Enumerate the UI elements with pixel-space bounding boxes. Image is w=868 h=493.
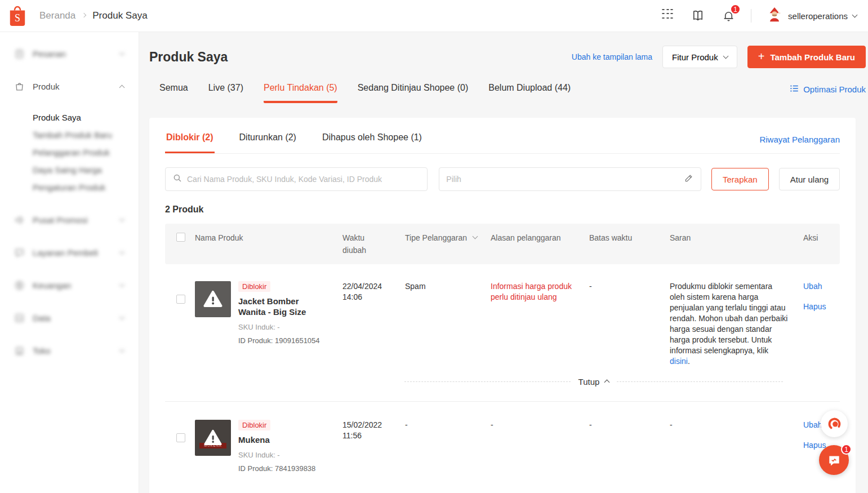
chevron-down-icon <box>119 282 125 287</box>
fitur-produk-button[interactable]: Fitur Produk <box>662 46 737 68</box>
breadcrumb-separator-icon <box>82 13 86 17</box>
product-count: 2 Produk <box>165 205 840 215</box>
chevron-down-icon <box>119 50 125 56</box>
row-checkbox[interactable] <box>176 433 185 442</box>
main-tabs: Semua Live (37) Perlu Tindakan (5) Sedan… <box>149 83 866 103</box>
deadline: - <box>589 281 670 367</box>
bag-icon <box>14 81 25 92</box>
violation-subtabs: Diblokir (2) Diturunkan (2) Dihapus oleh… <box>165 118 840 154</box>
violation-type: Spam <box>405 281 491 367</box>
disini-link[interactable]: disini <box>670 357 688 366</box>
sidebar-item-pesanan[interactable]: Pesanan <box>14 43 139 64</box>
tab-semua[interactable]: Semua <box>159 83 188 103</box>
sidebar-item-tambah-produk-baru[interactable]: Tambah Produk Baru <box>33 126 139 144</box>
search-icon <box>172 173 182 185</box>
subtab-diblokir[interactable]: Diblokir (2) <box>165 132 215 153</box>
col-saran: Saran <box>670 232 803 256</box>
chat-badge: 1 <box>841 444 852 455</box>
sidebar-item-toko[interactable]: Toko <box>14 340 139 361</box>
ubah-link[interactable]: Ubah <box>803 281 825 292</box>
filter-select-input[interactable] <box>446 175 683 184</box>
subtab-diturunkan[interactable]: Diturunkan (2) <box>238 132 297 153</box>
megaphone-icon <box>14 214 25 225</box>
sidebar-item-keuangan[interactable]: Keuangan <box>14 275 139 295</box>
sidebar-item-pelanggaran-produk[interactable]: Pelanggaran Produk <box>33 144 139 161</box>
suggestion: Produkmu diblokir sementara oleh sistem … <box>670 281 803 367</box>
col-waktu-diubah: Waktu diubah <box>342 232 405 256</box>
table-row: Diblokir Jacket Bomber Wanita - Big Size… <box>165 264 840 367</box>
atur-ulang-button[interactable]: Atur ulang <box>779 168 840 190</box>
help-center-button[interactable] <box>821 410 848 437</box>
collapse-row: Tutup <box>404 377 783 387</box>
filter-select[interactable] <box>439 167 701 191</box>
hapus-link[interactable]: Hapus <box>803 440 825 451</box>
product-image: MUKENA <box>195 420 231 456</box>
account-name: selleroperations <box>788 11 848 21</box>
sidebar-item-layanan-pembeli[interactable]: Layanan Pembeli <box>14 242 139 263</box>
tab-sedang-ditinjau[interactable]: Sedang Ditinjau Shopee (0) <box>358 83 469 103</box>
search-input[interactable] <box>187 175 420 184</box>
chat-bubble-icon <box>827 453 842 468</box>
product-image <box>195 281 231 317</box>
plus-icon: + <box>758 51 765 62</box>
hapus-link[interactable]: Hapus <box>803 301 825 312</box>
warning-triangle-icon <box>203 428 222 447</box>
list-bullet-icon <box>789 83 799 95</box>
col-aksi: Aksi <box>803 232 840 256</box>
product-id: ID Produk: 19091651054 <box>238 336 328 345</box>
sidebar-item-label: Produk <box>33 82 60 91</box>
warning-triangle-icon <box>203 289 223 309</box>
row-checkbox[interactable] <box>176 295 185 304</box>
tutup-collapse-button[interactable]: Tutup <box>578 377 609 387</box>
account-menu[interactable]: selleroperations <box>766 6 857 25</box>
sidebar-item-label: Pesanan <box>33 49 66 59</box>
sort-chevron-icon[interactable] <box>473 234 478 239</box>
clipboard-icon <box>14 48 25 59</box>
page-title: Produk Saya <box>149 50 228 65</box>
chevron-down-icon <box>119 314 125 320</box>
chat-button[interactable]: 1 <box>819 445 849 475</box>
product-sku: SKU Induk: - <box>238 323 328 331</box>
terapkan-button[interactable]: Terapkan <box>711 168 769 190</box>
products-table: Nama Produk Waktu diubah Tipe Pelanggara… <box>165 224 840 473</box>
sidebar-item-pusat-promosi[interactable]: Pusat Promosi <box>14 210 139 230</box>
sidebar-item-label: Pusat Promosi <box>33 215 88 225</box>
sidebar-item-data[interactable]: Data <box>14 308 139 328</box>
optimasi-produk-link[interactable]: Optimasi Produk <box>789 83 866 103</box>
col-nama-produk: Nama Produk <box>195 232 342 256</box>
add-product-label: Tambah Produk Baru <box>770 52 855 62</box>
modified-time: 15/02/2022 11:56 <box>342 420 405 473</box>
main-content: Produk Saya Ubah ke tampilan lama Fitur … <box>139 32 868 493</box>
chevron-up-icon <box>119 85 125 90</box>
optimasi-produk-label: Optimasi Produk <box>803 85 866 94</box>
violation-reason: - <box>491 420 589 473</box>
subtab-dihapus[interactable]: Dihapus oleh Shopee (1) <box>321 132 423 153</box>
store-icon <box>14 345 25 356</box>
chevron-down-icon <box>723 54 728 59</box>
tab-live[interactable]: Live (37) <box>208 83 243 103</box>
tab-perlu-tindakan[interactable]: Perlu Tindakan (5) <box>264 83 337 103</box>
notification-bell-icon[interactable]: 1 <box>720 8 736 24</box>
tab-belum-diupload[interactable]: Belum Diupload (44) <box>488 83 571 103</box>
content-card: Diblokir (2) Diturunkan (2) Dihapus oleh… <box>149 118 856 493</box>
education-book-icon[interactable] <box>690 8 706 24</box>
product-name[interactable]: Mukena <box>238 434 315 445</box>
shopee-logo[interactable]: S <box>8 5 27 27</box>
col-tipe-pelanggaran: Tipe Pelanggaran <box>405 232 491 256</box>
chart-icon <box>14 312 25 323</box>
riwayat-pelanggaran-link[interactable]: Riwayat Pelanggaran <box>759 135 840 153</box>
breadcrumb-home[interactable]: Beranda <box>39 10 75 21</box>
sidebar-item-label: Layanan Pembeli <box>33 248 98 257</box>
sidebar-item-daya-saing-harga[interactable]: Daya Saing Harga <box>33 161 139 179</box>
apps-grid-icon[interactable] <box>660 8 675 24</box>
legacy-view-link[interactable]: Ubah ke tampilan lama <box>572 52 652 61</box>
sidebar-item-label: Toko <box>33 346 51 356</box>
product-name[interactable]: Jacket Bomber Wanita - Big Size <box>238 296 328 317</box>
sidebar-item-pengaturan-produk[interactable]: Pengaturan Produk <box>33 179 139 196</box>
add-product-button[interactable]: + Tambah Produk Baru <box>747 46 866 68</box>
sidebar-item-produk-saya[interactable]: Produk Saya <box>33 109 139 126</box>
notification-badge: 1 <box>730 4 741 15</box>
select-all-checkbox[interactable] <box>176 233 185 242</box>
sidebar-item-produk[interactable]: Produk <box>14 76 139 96</box>
breadcrumb-current: Produk Saya <box>92 10 147 21</box>
